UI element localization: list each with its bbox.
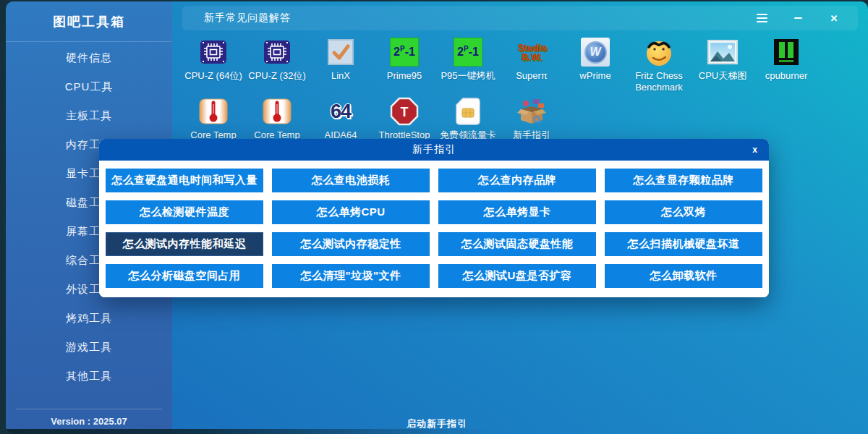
app-shortcut-label: LinX xyxy=(331,70,350,82)
app-shortcut-superpi[interactable]: Studio B.W. Superπ xyxy=(500,36,563,82)
app-shortcut-prime95[interactable]: 2P-1 Prime95 xyxy=(373,36,436,82)
guide-button-11[interactable]: 怎么测试固态硬盘性能 xyxy=(438,232,596,256)
guide-button-5[interactable]: 怎么检测硬件温度 xyxy=(106,200,263,224)
app-icon-grid: CPU-Z (64位) CPU-Z (32位) LinX 2P-1 Prime9… xyxy=(182,36,868,141)
guide-button-9[interactable]: 怎么测试内存性能和延迟 xyxy=(106,232,263,256)
cpuburner-icon xyxy=(772,38,801,67)
statusbar-text: 启动新手指引 xyxy=(6,417,868,430)
coretemp-thermometer-icon xyxy=(198,98,229,125)
superpi-icon: Studio B.W. xyxy=(516,43,547,61)
app-shortcut-cpuz[interactable]: CPU-Z (64位) xyxy=(182,36,245,82)
icon-row-1: CPU-Z (64位) CPU-Z (32位) LinX 2P-1 Prime9… xyxy=(182,36,868,93)
guide-button-3[interactable]: 怎么查内存品牌 xyxy=(438,169,596,192)
app-shortcut-coretemp[interactable]: Core Temp xyxy=(182,95,245,141)
desktop-background: 图吧工具箱 硬件信息 CPU工具 主板工具 内存工具 显卡工具 磁盘工具 屏幕工… xyxy=(0,0,868,434)
prime95-icon: 2P-1 xyxy=(390,38,419,67)
throttlestop-octagon-icon: T xyxy=(390,97,419,126)
app-shortcut-simcard[interactable]: 免费领流量卡 xyxy=(436,95,500,141)
aida64-icon: 64 xyxy=(331,101,351,123)
page-title: 新手常见问题解答 xyxy=(204,12,291,25)
guide-button-2[interactable]: 怎么查电池损耗 xyxy=(272,169,430,192)
app-shortcut-wprime[interactable]: W wPrime xyxy=(563,36,627,82)
dialog-close-icon[interactable]: x xyxy=(752,139,758,161)
guide-button-13[interactable]: 怎么分析磁盘空间占用 xyxy=(106,264,263,288)
sidebar-item-11[interactable]: 游戏工具 xyxy=(6,333,172,362)
app-shortcut-label: P95一键烤机 xyxy=(441,70,495,82)
window-controls: ✕ xyxy=(755,12,841,25)
app-shortcut-label: Fritz Chess Benchmark xyxy=(627,70,691,93)
app-shortcut-label: CPU-Z (32位) xyxy=(248,70,305,82)
cpuz-chip-icon xyxy=(199,38,228,67)
app-shortcut-prime95[interactable]: 2P-1 P95一键烤机 xyxy=(436,36,500,82)
dialog-titlebar: 新手指引 x xyxy=(99,139,769,161)
cpuz-chip-icon xyxy=(263,38,292,67)
close-icon[interactable]: ✕ xyxy=(827,12,841,25)
app-window: 图吧工具箱 硬件信息 CPU工具 主板工具 内存工具 显卡工具 磁盘工具 屏幕工… xyxy=(6,1,868,434)
dialog-button-grid: 怎么查硬盘通电时间和写入量怎么查电池损耗怎么查内存品牌怎么查显存颗粒品牌怎么检测… xyxy=(99,161,769,297)
app-shortcut-linx[interactable]: LinX xyxy=(309,36,373,82)
guide-dialog: 新手指引 x 怎么查硬盘通电时间和写入量怎么查电池损耗怎么查内存品牌怎么查显存颗… xyxy=(99,139,769,297)
app-shortcut-ladder[interactable]: CPU天梯图 xyxy=(691,36,754,82)
guide-button-15[interactable]: 怎么测试U盘是否扩容 xyxy=(438,264,596,288)
app-shortcut-cpuburner[interactable]: cpuburner xyxy=(754,36,818,82)
sidebar-item-label: 其他工具 xyxy=(66,370,112,383)
app-shortcut-label: CPU天梯图 xyxy=(699,70,746,82)
guide-button-7[interactable]: 怎么单烤显卡 xyxy=(438,200,596,224)
sidebar-item-10[interactable]: 烤鸡工具 xyxy=(6,304,172,333)
app-shortcut-label: Prime95 xyxy=(387,70,422,82)
app-shortcut-label: wPrime xyxy=(579,70,610,82)
linx-checkmark-icon xyxy=(326,38,355,67)
dialog-title: 新手指引 xyxy=(412,143,456,156)
guide-button-12[interactable]: 怎么扫描机械硬盘坏道 xyxy=(605,232,762,256)
wprime-icon: W xyxy=(581,38,610,67)
fritz-smiley-icon xyxy=(644,37,674,67)
guide-button-6[interactable]: 怎么单烤CPU xyxy=(272,200,430,224)
app-shortcut-aida64[interactable]: 64 AIDA64 xyxy=(309,95,373,141)
sidebar-item-2[interactable]: CPU工具 xyxy=(6,72,172,101)
app-title: 图吧工具箱 xyxy=(6,1,172,42)
svg-text:T: T xyxy=(401,105,409,119)
cpu-ladder-picture-icon xyxy=(707,40,738,64)
sidebar-item-label: CPU工具 xyxy=(65,80,114,94)
app-shortcut-cpuz[interactable]: CPU-Z (32位) xyxy=(245,36,309,82)
app-shortcut-label: cpuburner xyxy=(765,70,808,82)
guide-box-icon xyxy=(516,97,547,126)
guide-button-1[interactable]: 怎么查硬盘通电时间和写入量 xyxy=(106,169,263,192)
app-shortcut-coretemp[interactable]: Core Temp xyxy=(245,95,309,141)
sim-card-icon xyxy=(456,97,480,126)
app-shortcut-fritz[interactable]: Fritz Chess Benchmark xyxy=(627,36,691,93)
sidebar-item-label: 游戏工具 xyxy=(66,341,112,354)
app-shortcut-throttlestop[interactable]: T ThrottleStop xyxy=(373,95,436,141)
sidebar-item-label: 主板工具 xyxy=(66,109,112,123)
guide-button-4[interactable]: 怎么查显存颗粒品牌 xyxy=(605,169,762,192)
guide-button-14[interactable]: 怎么清理"垃圾"文件 xyxy=(272,264,430,288)
minimize-icon[interactable] xyxy=(791,12,804,25)
coretemp-thermometer-icon xyxy=(262,98,292,125)
sidebar-item-label: 硬件信息 xyxy=(66,51,112,65)
sidebar-divider xyxy=(16,409,162,409)
guide-button-8[interactable]: 怎么双烤 xyxy=(605,200,762,224)
guide-button-10[interactable]: 怎么测试内存稳定性 xyxy=(272,232,430,256)
guide-button-16[interactable]: 怎么卸载软件 xyxy=(605,264,762,288)
sidebar-item-12[interactable]: 其他工具 xyxy=(6,362,172,391)
icon-row-2: Core Temp Core Temp 64 AIDA64 T Throttle… xyxy=(182,95,868,141)
prime95-icon: 2P-1 xyxy=(454,38,482,67)
topbar: 新手常见问题解答 ✕ xyxy=(182,6,858,30)
app-shortcut-label: CPU-Z (64位) xyxy=(184,70,242,82)
menu-icon[interactable] xyxy=(755,12,768,25)
sidebar-item-3[interactable]: 主板工具 xyxy=(6,101,172,130)
app-shortcut-label: Superπ xyxy=(516,70,548,82)
app-shortcut-guidebox[interactable]: 新手指引 xyxy=(500,95,563,141)
sidebar-item-label: 烤鸡工具 xyxy=(66,312,112,326)
sidebar-item-1[interactable]: 硬件信息 xyxy=(6,43,172,72)
